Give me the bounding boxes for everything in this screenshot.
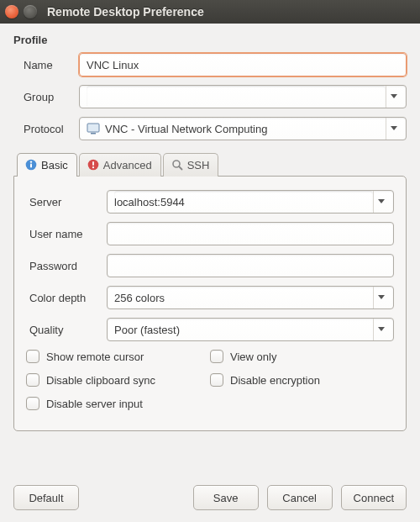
check-label: Disable clipboard sync — [46, 374, 155, 387]
chevron-down-icon[interactable] — [386, 86, 401, 108]
svg-rect-4 — [30, 164, 32, 168]
colordepth-label: Color depth — [26, 292, 107, 304]
name-label: Name — [13, 59, 79, 71]
chevron-down-icon[interactable] — [373, 287, 388, 308]
tab-bar: Basic Advanced SSH — [13, 152, 407, 176]
checkbox-icon — [26, 350, 39, 363]
username-label: User name — [26, 228, 107, 240]
cancel-button[interactable]: Cancel — [267, 485, 333, 510]
svg-rect-0 — [87, 124, 99, 132]
chevron-down-icon[interactable] — [373, 191, 388, 213]
server-label: Server — [26, 196, 107, 208]
quality-label: Quality — [26, 324, 107, 336]
content: Profile Name Group Protocol VNC - Virtua… — [0, 24, 420, 440]
server-combo[interactable] — [107, 190, 394, 214]
checkbox-icon — [26, 373, 39, 387]
quality-combo[interactable]: Poor (fastest) — [107, 318, 394, 341]
protocol-combo[interactable]: VNC - Virtual Network Computing — [79, 117, 407, 140]
group-label: Group — [13, 91, 79, 103]
checkbox-icon — [26, 397, 39, 410]
search-icon — [171, 158, 184, 171]
svg-point-3 — [30, 161, 32, 162]
profile-heading: Profile — [13, 34, 407, 46]
check-label: View only — [230, 351, 276, 363]
check-disable-encryption[interactable]: Disable encryption — [210, 373, 394, 387]
check-label: Show remote cursor — [46, 351, 144, 363]
save-button[interactable]: Save — [193, 485, 259, 510]
tab-advanced-label: Advanced — [103, 159, 152, 171]
svg-rect-1 — [91, 133, 96, 134]
checkbox-group: Show remote cursor View only Disable cli… — [26, 350, 394, 420]
check-view-only[interactable]: View only — [210, 350, 394, 363]
warning-icon — [87, 158, 100, 171]
chevron-down-icon[interactable] — [386, 118, 401, 140]
check-label: Disable encryption — [230, 374, 320, 387]
close-icon[interactable] — [5, 5, 18, 18]
info-icon — [24, 158, 38, 171]
tab-ssh[interactable]: SSH — [163, 153, 219, 177]
protocol-label: Protocol — [13, 123, 79, 135]
svg-point-7 — [92, 166, 94, 168]
check-show-remote-cursor[interactable]: Show remote cursor — [26, 350, 210, 363]
server-input[interactable] — [114, 191, 373, 213]
check-disable-server-input[interactable]: Disable server input — [26, 397, 210, 410]
tab-advanced[interactable]: Advanced — [79, 153, 161, 177]
group-input[interactable] — [87, 86, 386, 108]
username-input[interactable] — [107, 222, 394, 245]
vnc-icon — [87, 122, 100, 135]
minimize-icon[interactable] — [24, 5, 37, 18]
titlebar: Remote Desktop Preference — [0, 0, 420, 24]
check-label: Disable server input — [46, 398, 143, 410]
check-disable-clipboard[interactable]: Disable clipboard sync — [26, 373, 210, 387]
footer: Default Save Cancel Connect — [0, 477, 420, 522]
svg-rect-6 — [92, 161, 94, 166]
password-input[interactable] — [107, 254, 394, 277]
colordepth-combo[interactable]: 256 colors — [107, 286, 394, 309]
svg-line-9 — [179, 166, 182, 170]
checkbox-icon — [210, 373, 223, 387]
connect-button[interactable]: Connect — [341, 485, 407, 510]
chevron-down-icon[interactable] — [373, 319, 388, 340]
tab-panel-basic: Server User name Password Color depth 25… — [13, 176, 407, 431]
default-button[interactable]: Default — [13, 485, 79, 510]
tab-basic[interactable]: Basic — [17, 153, 77, 177]
quality-value: Poor (fastest) — [114, 324, 373, 336]
group-combo[interactable] — [79, 85, 407, 108]
tab-ssh-label: SSH — [187, 159, 210, 171]
checkbox-icon — [210, 350, 223, 363]
window-title: Remote Desktop Preference — [47, 5, 204, 18]
tab-basic-label: Basic — [41, 159, 68, 171]
colordepth-value: 256 colors — [114, 292, 373, 304]
name-input[interactable] — [79, 53, 407, 76]
password-label: Password — [26, 260, 107, 272]
protocol-value: VNC - Virtual Network Computing — [105, 123, 267, 135]
